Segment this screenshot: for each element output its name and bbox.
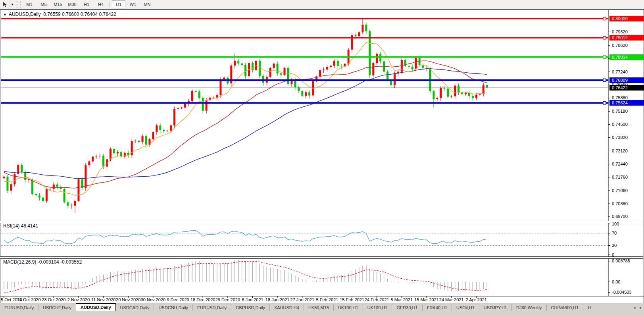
pane-splitter-main-rsi[interactable] bbox=[0, 221, 643, 223]
ohlc-close: 0.76422 bbox=[99, 12, 116, 17]
pane-splitter-rsi-macd[interactable] bbox=[0, 256, 643, 259]
chart-symbol: AUDUSD,Daily bbox=[9, 12, 41, 17]
ohlc-open: 0.76559 bbox=[43, 12, 60, 17]
collapse-triangle-icon[interactable]: ▼ bbox=[3, 13, 7, 17]
ohlc-low: 0.76404 bbox=[81, 12, 98, 17]
ohlc-high: 0.76600 bbox=[62, 12, 79, 17]
rsi-indicator-label: RSI(14) 46.4141 bbox=[3, 223, 38, 229]
chart-title: ▼AUDUSD,Daily 0.76559 0.76600 0.76404 0.… bbox=[3, 12, 116, 17]
macd-indicator-label: MACD(12,26,9) -0.003104 -0.003552 bbox=[3, 259, 82, 265]
chart-canvas[interactable] bbox=[0, 0, 644, 316]
